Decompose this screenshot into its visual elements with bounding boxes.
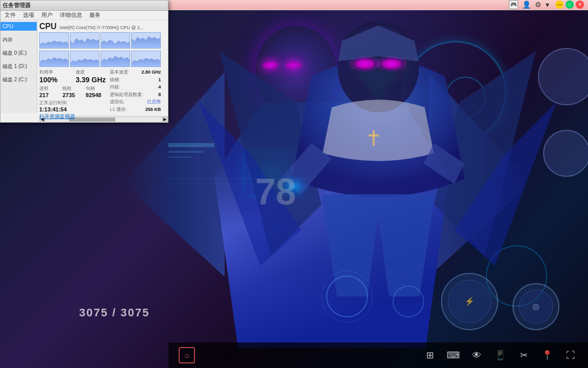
svg-rect-23: [168, 151, 203, 153]
cpu-graph-6: [70, 51, 100, 67]
maximize-button[interactable]: □: [566, 1, 574, 9]
fullscreen-icon[interactable]: ⛶: [564, 348, 578, 362]
cpu-stats-left: 利用率 100% 速度 3.39 GHz 进程 217: [39, 69, 106, 113]
cpu-title: CPU: [39, 22, 57, 31]
uptime-stat: 正常运行时间 1:13:41:54: [39, 100, 106, 112]
home-button[interactable]: ⌂: [179, 347, 195, 363]
keyboard-icon[interactable]: ⌨: [446, 348, 460, 362]
sidebar-item-disk0[interactable]: 磁盘 0 (E:): [1, 48, 37, 58]
cpu-graph-3: [101, 32, 130, 49]
threads-stat: 线程 2735: [62, 85, 82, 98]
svg-point-5: [350, 56, 380, 72]
svg-rect-22: [168, 143, 215, 147]
game-bottom-bar: ⌂ ⊞ ⌨ 👁 📱 ✂ 📍 ⛶: [168, 342, 588, 368]
sidebar-item-memory[interactable]: 内存: [1, 35, 37, 45]
grid-icon[interactable]: ⊞: [423, 348, 437, 362]
speed-value: 3.39 GHz: [76, 76, 106, 84]
svg-point-6: [376, 56, 407, 72]
virtualization-row: 虚拟化: 已启用: [110, 99, 161, 105]
svg-text:78: 78: [255, 171, 296, 212]
scroll-right-arrow[interactable]: ▶: [162, 117, 168, 123]
user-profile-icon[interactable]: 👤: [522, 1, 531, 9]
logical-row: 逻辑处理器数量: 8: [110, 91, 161, 98]
sidebar-item-disk2[interactable]: 磁盘 2 (C:): [1, 75, 37, 85]
chevron-down-icon[interactable]: ▾: [546, 1, 549, 9]
sidebar-item-disk1[interactable]: 磁盘 1 (D:): [1, 61, 37, 72]
l1-row: L1 缓存: 256 KB: [110, 106, 161, 113]
minimize-button[interactable]: —: [555, 1, 564, 9]
handles-value: 92948: [86, 92, 106, 98]
cpu-name: Intel(R) Core(TM) i7-7700HQ CPU @ 2...: [60, 25, 144, 30]
processes-value: 217: [39, 92, 59, 98]
task-manager-sidebar: CPU 内存 磁盘 0 (E:) 磁盘 1 (D:) 磁盘 2 (C:): [1, 20, 37, 113]
close-button[interactable]: ✕: [576, 1, 584, 9]
utilization-value: 100%: [39, 76, 69, 84]
menu-options[interactable]: 选项: [20, 11, 37, 19]
speed-label: 速度 3.39 GHz: [76, 69, 106, 84]
settings-icon[interactable]: ⚙: [535, 1, 542, 9]
svg-point-20: [538, 49, 588, 105]
svg-rect-9: [369, 134, 379, 136]
cpu-graph-1: [39, 32, 69, 49]
utilization-label: 利用率 100%: [39, 69, 69, 84]
game-titlebar: 🎮 👤 ⚙ ▾ — □ ✕: [168, 0, 588, 10]
cpu-graph-4: [131, 32, 161, 49]
sockets-row: 插槽: 1: [110, 77, 161, 83]
svg-text:⚡: ⚡: [464, 296, 475, 306]
processes-stat: 进程 217: [39, 85, 59, 98]
cpu-graph-5: [39, 51, 69, 67]
cpu-details-right: 基本速度: 2.80 GHz 插槽: 1 内核: 4 逻辑处理器数量: 8: [110, 69, 161, 113]
phone-icon[interactable]: 📱: [493, 348, 507, 362]
cpu-graphs-row-2: [39, 51, 166, 67]
cpu-header: CPU Intel(R) Core(TM) i7-7700HQ CPU @ 2.…: [39, 22, 166, 31]
location-icon[interactable]: 📍: [540, 348, 554, 362]
eye-icon[interactable]: 👁: [470, 348, 484, 362]
cpu-main-panel: CPU Intel(R) Core(TM) i7-7700HQ CPU @ 2.…: [37, 20, 168, 113]
menu-file[interactable]: 文件: [2, 11, 19, 19]
task-manager-menubar: 文件 选项 用户 详细信息 服务: [1, 11, 168, 20]
svg-rect-8: [373, 130, 375, 146]
base-speed-row: 基本速度: 2.80 GHz: [110, 69, 161, 76]
menu-user[interactable]: 用户: [38, 11, 56, 19]
cpu-graph-8: [131, 51, 161, 67]
handles-stat: 句柄 92948: [86, 85, 106, 98]
scroll-thumb[interactable]: [69, 118, 115, 122]
scissors-icon[interactable]: ✂: [517, 348, 531, 362]
task-manager-title: 任务管理器: [3, 2, 31, 9]
cores-row: 内核: 4: [110, 84, 161, 90]
svg-text:◎: ◎: [532, 302, 540, 311]
cpu-graph-7: [101, 51, 130, 67]
game-window-icon: 🎮: [509, 0, 518, 9]
threads-value: 2735: [62, 92, 82, 98]
uptime-value: 1:13:41:54: [39, 106, 106, 112]
game-toolbar-right: ⊞ ⌨ 👁 📱 ✂ 📍 ⛶: [423, 348, 578, 362]
menu-services[interactable]: 服务: [86, 11, 104, 19]
task-manager-titlebar: 任务管理器: [1, 1, 168, 11]
svg-point-21: [544, 130, 588, 176]
cpu-graph-2: [70, 32, 100, 49]
sidebar-item-cpu[interactable]: CPU: [1, 22, 37, 31]
task-manager-window: 任务管理器 文件 选项 用户 详细信息 服务 CPU 内存 磁盘 0 (E:) …: [0, 0, 168, 123]
resource-monitor-link[interactable]: 打开资源监视器: [39, 113, 75, 120]
menu-details[interactable]: 详细信息: [57, 11, 85, 19]
character-svg: ⚡ ◎ 78: [168, 0, 588, 342]
task-manager-content: CPU 内存 磁盘 0 (E:) 磁盘 1 (D:) 磁盘 2 (C:) CPU…: [1, 20, 168, 113]
hp-display: 3075 / 3075: [79, 306, 150, 319]
virtualization-value: 已启用: [147, 99, 161, 105]
svg-rect-24: [168, 156, 192, 158]
cpu-graphs-row: [39, 32, 166, 49]
